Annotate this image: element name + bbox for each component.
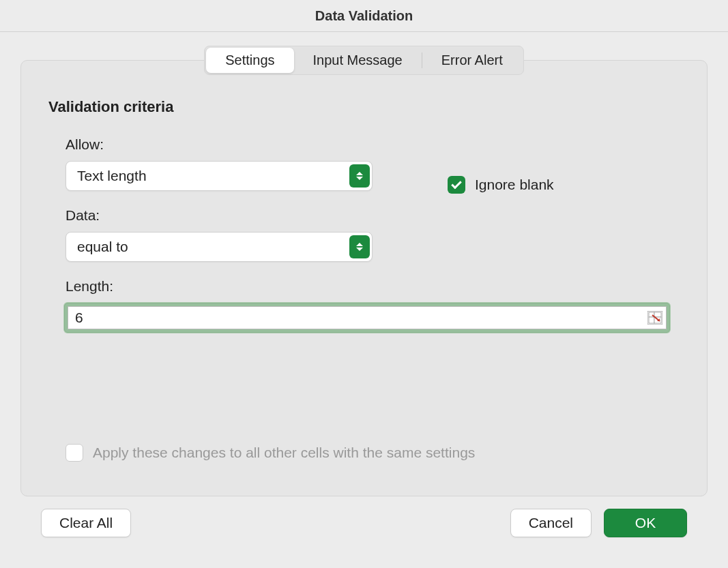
data-select[interactable]: equal to: [65, 232, 373, 262]
apply-all-row: Apply these changes to all other cells w…: [65, 444, 475, 462]
length-input[interactable]: [68, 306, 667, 329]
data-col: Data: equal to: [65, 207, 373, 278]
range-selector-icon[interactable]: [647, 311, 663, 325]
chevron-down-icon: [356, 248, 363, 251]
tabs-container: Settings Input Message Error Alert: [20, 46, 708, 75]
allow-select-value: Text length: [77, 168, 147, 184]
settings-panel: Validation criteria Allow: Text length: [20, 60, 708, 496]
ok-label: OK: [635, 515, 656, 531]
footer-right: Cancel OK: [510, 509, 687, 537]
svg-rect-3: [649, 317, 654, 323]
dialog-title: Data Validation: [315, 8, 413, 24]
dialog-content: Settings Input Message Error Alert Valid…: [0, 32, 728, 558]
chevron-up-icon: [356, 243, 363, 246]
tab-settings[interactable]: Settings: [206, 48, 293, 73]
ignore-blank-checkbox[interactable]: [448, 176, 465, 194]
clear-all-button[interactable]: Clear All: [41, 509, 131, 537]
tab-input-message[interactable]: Input Message: [294, 48, 422, 73]
allow-row: Allow: Text length Ignore blank: [65, 136, 690, 207]
data-select-value: equal to: [77, 239, 128, 255]
allow-label: Allow:: [65, 136, 373, 153]
data-row: Data: equal to: [65, 207, 690, 278]
tab-error-alert-label: Error Alert: [441, 53, 503, 68]
ok-button[interactable]: OK: [604, 509, 687, 537]
tab-bar: Settings Input Message Error Alert: [204, 46, 524, 75]
check-icon: [451, 179, 462, 190]
allow-col: Allow: Text length: [65, 136, 373, 207]
allow-select-chevrons[interactable]: [349, 164, 370, 188]
allow-select-wrap: Text length: [65, 161, 373, 191]
length-input-wrap: [64, 303, 670, 333]
validation-criteria-title: Validation criteria: [48, 98, 690, 116]
tab-input-message-label: Input Message: [313, 53, 403, 68]
apply-all-checkbox[interactable]: [65, 444, 83, 462]
data-select-chevrons[interactable]: [349, 235, 370, 258]
length-label: Length:: [65, 278, 690, 295]
apply-all-label: Apply these changes to all other cells w…: [93, 445, 475, 461]
chevron-down-icon: [356, 177, 363, 180]
tab-settings-label: Settings: [225, 53, 274, 68]
data-select-wrap: equal to: [65, 232, 373, 262]
allow-select[interactable]: Text length: [65, 161, 373, 191]
ignore-blank-label: Ignore blank: [475, 177, 554, 193]
chevron-up-icon: [356, 172, 363, 175]
tab-error-alert[interactable]: Error Alert: [422, 48, 522, 73]
length-col: Length:: [65, 278, 690, 303]
svg-rect-2: [654, 312, 661, 317]
ignore-blank-row: Ignore blank: [448, 176, 554, 194]
dialog-titlebar: Data Validation: [0, 0, 728, 32]
clear-all-label: Clear All: [59, 515, 113, 531]
data-label: Data:: [65, 207, 373, 224]
dialog-footer: Clear All Cancel OK: [20, 496, 708, 537]
cancel-button[interactable]: Cancel: [510, 509, 592, 537]
cancel-label: Cancel: [529, 515, 573, 531]
